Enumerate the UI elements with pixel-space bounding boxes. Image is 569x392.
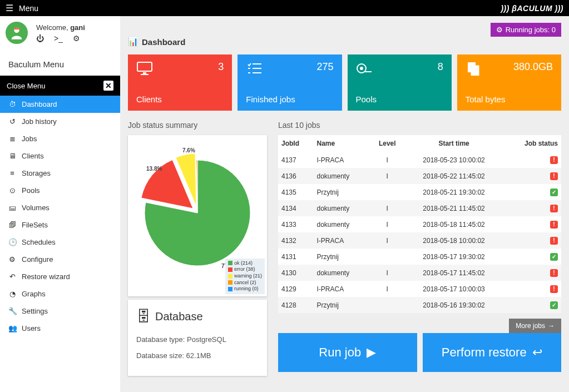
svg-rect-8: [248, 72, 250, 73]
nav-icon: 🖴: [8, 204, 16, 212]
nav-icon: 🕒: [8, 238, 16, 246]
sidebar-item-pools[interactable]: ⊙Pools: [0, 182, 120, 199]
sidebar-item-graphs[interactable]: ◔Graphs: [0, 285, 120, 302]
nav-icon: ↶: [8, 272, 16, 281]
gear-icon[interactable]: ⚙: [73, 34, 80, 43]
sidebar-item-restore-wizard[interactable]: ↶Restore wizard: [0, 268, 120, 285]
pie-chart: 13.8% 7.6% 77.8 ok (214)error (38)warnin…: [128, 135, 267, 296]
sidebar-item-clients[interactable]: 🖥Clients: [0, 147, 120, 165]
sidebar-item-users[interactable]: 👥Users: [0, 320, 120, 337]
running-jobs-badge[interactable]: ⚙ Running jobs: 0: [491, 23, 561, 37]
nav-icon: ⏱: [8, 100, 16, 108]
more-jobs-button[interactable]: More jobs→: [509, 319, 561, 333]
nav-icon: ↺: [8, 117, 16, 126]
sidebar-item-storages[interactable]: ≡Storages: [0, 165, 120, 182]
stat-icon: [466, 61, 482, 80]
jobs-table: JobId Name Level Start time Job status 4…: [278, 135, 561, 313]
nav-label: Users: [22, 324, 41, 333]
nav-icon: 🔧: [8, 307, 16, 315]
power-icon[interactable]: ⏻: [36, 34, 44, 43]
svg-rect-13: [471, 66, 479, 76]
status-error-icon: !: [550, 269, 558, 277]
sidebar-item-settings[interactable]: 🔧Settings: [0, 302, 120, 320]
svg-rect-5: [253, 63, 261, 64]
stat-total-bytes[interactable]: 380.0GBTotal bytes: [457, 54, 561, 111]
svg-rect-2: [137, 62, 152, 71]
sidebar-item-dashboard[interactable]: ⏱Dashboard: [0, 96, 120, 113]
stat-label: Finished jobs: [246, 95, 333, 104]
nav-icon: 👥: [8, 324, 16, 333]
stat-value: 3: [218, 61, 224, 73]
perform-restore-button[interactable]: Perform restore↩: [423, 333, 562, 372]
close-menu[interactable]: Close Menu ✕: [0, 76, 120, 96]
status-summary-title: Job status summary: [128, 121, 267, 130]
status-ok-icon: ✓: [550, 188, 558, 196]
run-job-button[interactable]: Run job▶: [278, 333, 417, 372]
col-jobid[interactable]: JobId: [278, 135, 313, 152]
table-row[interactable]: 4137I-PRACAI2018-05-23 10:00:02!: [278, 152, 561, 168]
status-error-icon: !: [550, 205, 558, 212]
col-name[interactable]: Name: [313, 135, 370, 152]
nav-label: Pools: [22, 186, 40, 195]
welcome-text: Welcome, gani: [36, 23, 85, 32]
table-row[interactable]: 4135Przytnij 2018-05-21 19:30:02✓: [278, 184, 561, 200]
status-error-icon: !: [550, 221, 558, 229]
play-icon: ▶: [367, 345, 376, 360]
nav-icon: ⚙: [8, 255, 16, 264]
sidebar-item-jobs[interactable]: ≣Jobs: [0, 130, 120, 147]
table-row[interactable]: 4129I-PRACAI2018-05-17 10:00:03!: [278, 281, 561, 297]
nav-label: Configure: [22, 255, 53, 264]
legend-item: error (38): [228, 266, 262, 273]
stat-clients[interactable]: 3Clients: [128, 54, 232, 111]
stat-value: 8: [438, 61, 443, 73]
database-icon: 🗄: [136, 308, 151, 325]
col-status[interactable]: Job status: [503, 135, 561, 152]
sidebar-item-filesets[interactable]: 🗐FileSets: [0, 216, 120, 234]
table-row[interactable]: 4131Przytnij 2018-05-17 19:30:02✓: [278, 249, 561, 265]
menu-label: Menu: [19, 4, 38, 13]
col-start[interactable]: Start time: [404, 135, 503, 152]
last-jobs-title: Last 10 jobs: [278, 121, 561, 130]
stat-pools[interactable]: 8Pools: [348, 54, 452, 111]
pie-label-error: 13.8%: [146, 166, 162, 172]
stat-icon: [246, 61, 263, 80]
hamburger-icon: ☰: [6, 3, 13, 13]
sidebar-item-volumes[interactable]: 🖴Volumes: [0, 199, 120, 216]
table-row[interactable]: 4130dokumentyI2018-05-17 11:45:02!: [278, 265, 561, 281]
nav-icon: ⊙: [8, 186, 16, 195]
table-row[interactable]: 4134dokumentyI2018-05-21 11:45:02!: [278, 200, 561, 216]
sidebar-item-schedules[interactable]: 🕒Schedules: [0, 234, 120, 251]
stat-value: 275: [316, 61, 333, 73]
stat-finished-jobs[interactable]: 275Finished jobs: [238, 54, 342, 111]
brand-label: ))) βACULUM ))): [501, 4, 563, 13]
stat-value: 380.0GB: [513, 61, 553, 73]
nav-icon: ≡: [8, 169, 16, 177]
sidebar-item-configure[interactable]: ⚙Configure: [0, 251, 120, 268]
nav-icon: 🗐: [8, 221, 16, 229]
table-row[interactable]: 4133dokumentyI2018-05-18 11:45:02!: [278, 216, 561, 232]
nav-label: Clients: [22, 152, 44, 160]
nav-label: Job history: [22, 117, 57, 126]
arrow-right-icon: →: [548, 322, 555, 330]
database-panel: 🗄 Database Database type: PostgreSQL Dat…: [128, 300, 267, 376]
svg-point-11: [360, 67, 363, 70]
menu-toggle[interactable]: ☰ Menu: [6, 3, 38, 13]
sidebar: Welcome, gani ⏻ >_ ⚙ Baculum Menu Close …: [0, 16, 120, 392]
legend-item: running (0): [228, 286, 262, 292]
svg-rect-9: [253, 72, 261, 73]
table-row[interactable]: 4132I-PRACAI2018-05-18 10:00:02!: [278, 232, 561, 249]
terminal-icon[interactable]: >_: [54, 34, 63, 43]
status-error-icon: !: [550, 156, 558, 164]
nav-label: Storages: [22, 169, 51, 177]
menu-title: Baculum Menu: [0, 49, 120, 76]
col-level[interactable]: Level: [370, 135, 404, 152]
legend-item: ok (214): [228, 260, 262, 267]
avatar: [6, 22, 28, 44]
table-row[interactable]: 4136dokumentyI2018-05-22 11:45:02!: [278, 168, 561, 184]
table-row[interactable]: 4128Przytnij 2018-05-16 19:30:02✓: [278, 297, 561, 313]
stat-cards: 3Clients275Finished jobs8Pools380.0GBTot…: [128, 54, 561, 111]
stat-label: Total bytes: [466, 95, 553, 104]
nav-label: FileSets: [22, 221, 48, 229]
sidebar-item-job-history[interactable]: ↺Job history: [0, 113, 120, 130]
status-ok-icon: ✓: [550, 301, 558, 309]
